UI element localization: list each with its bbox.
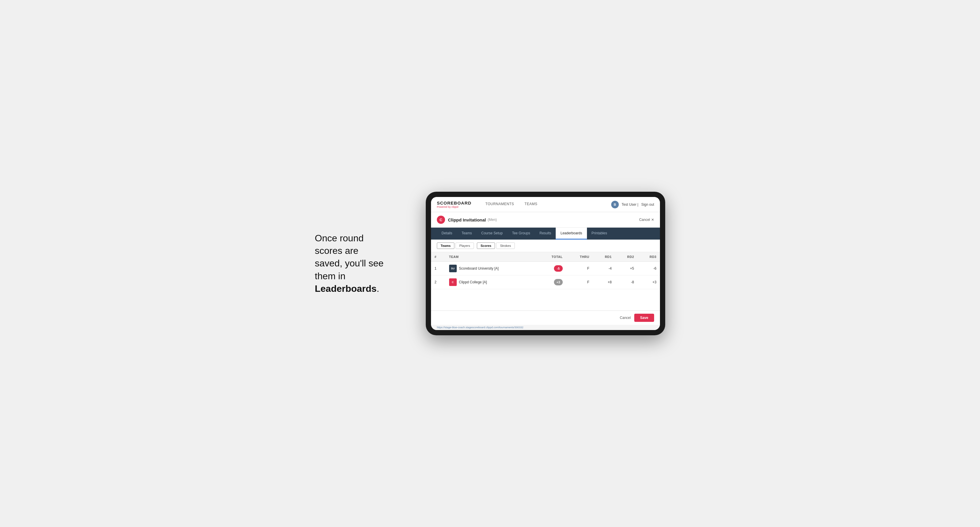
logo-sub: Powered by clippd bbox=[437, 205, 471, 208]
cell-thru: F bbox=[566, 262, 593, 275]
cell-rd1: -4 bbox=[593, 262, 615, 275]
nav-tournaments[interactable]: TOURNAMENTS bbox=[480, 197, 519, 212]
footer-bar: Cancel Save bbox=[431, 311, 660, 325]
logo-area: SCOREBOARD Powered by clippd bbox=[437, 200, 471, 208]
cell-team: SU Scoreboard University [A] bbox=[445, 262, 537, 275]
cell-rd3: -6 bbox=[638, 262, 660, 275]
leaderboard-table: # TEAM TOTAL THRU RD1 RD2 RD3 1 SU Sco bbox=[431, 252, 660, 289]
cell-rd2: +5 bbox=[615, 262, 638, 275]
sub-tab-players[interactable]: Players bbox=[455, 243, 474, 249]
tabs-bar: Details Teams Course Setup Tee Groups Re… bbox=[431, 228, 660, 240]
tablet-screen: SCOREBOARD Powered by clippd TOURNAMENTS… bbox=[431, 197, 660, 330]
col-rd2: RD2 bbox=[615, 252, 638, 262]
col-rank: # bbox=[431, 252, 445, 262]
cell-rank: 1 bbox=[431, 262, 445, 275]
sub-tab-scores[interactable]: Scores bbox=[477, 243, 495, 249]
tournament-gender: (Men) bbox=[488, 218, 497, 222]
total-badge: +3 bbox=[554, 279, 563, 286]
tab-teams[interactable]: Teams bbox=[457, 228, 477, 240]
top-nav: SCOREBOARD Powered by clippd TOURNAMENTS… bbox=[431, 197, 660, 212]
tournament-icon: C bbox=[437, 216, 445, 224]
cell-total: +3 bbox=[537, 275, 566, 289]
table-header-row: # TEAM TOTAL THRU RD1 RD2 RD3 bbox=[431, 252, 660, 262]
tournament-header: C Clippd Invitational (Men) Cancel ✕ bbox=[431, 212, 660, 228]
footer-cancel-button[interactable]: Cancel bbox=[620, 316, 631, 320]
sub-tab-teams[interactable]: Teams bbox=[437, 243, 454, 249]
tab-tee-groups[interactable]: Tee Groups bbox=[507, 228, 535, 240]
user-name: Test User | bbox=[622, 203, 638, 206]
col-thru: THRU bbox=[566, 252, 593, 262]
tab-leaderboards[interactable]: Leaderboards bbox=[556, 228, 587, 240]
leaderboard-table-area: # TEAM TOTAL THRU RD1 RD2 RD3 1 SU Sco bbox=[431, 252, 660, 311]
team-logo-icon: C bbox=[449, 278, 457, 286]
col-team: TEAM bbox=[445, 252, 537, 262]
tab-course-setup[interactable]: Course Setup bbox=[477, 228, 507, 240]
team-logo-icon: SU bbox=[449, 265, 457, 272]
tournament-title: Clippd Invitational bbox=[448, 217, 486, 222]
tab-printables[interactable]: Printables bbox=[587, 228, 612, 240]
table-row: 1 SU Scoreboard University [A] -5 F -4 +… bbox=[431, 262, 660, 275]
col-rd1: RD1 bbox=[593, 252, 615, 262]
sign-out-link[interactable]: Sign out bbox=[641, 203, 654, 206]
tournament-cancel-button[interactable]: Cancel ✕ bbox=[639, 218, 654, 222]
logo-text: SCOREBOARD bbox=[437, 200, 471, 205]
left-description: Once round scores are saved, you'll see … bbox=[315, 232, 408, 295]
nav-teams[interactable]: TEAMS bbox=[519, 197, 542, 212]
user-avatar: B bbox=[611, 201, 619, 208]
cell-rd3: +3 bbox=[638, 275, 660, 289]
footer-save-button[interactable]: Save bbox=[634, 314, 654, 322]
cell-rank: 2 bbox=[431, 275, 445, 289]
cell-total: -5 bbox=[537, 262, 566, 275]
team-name: Scoreboard University [A] bbox=[459, 267, 499, 270]
cell-thru: F bbox=[566, 275, 593, 289]
nav-right: B Test User | Sign out bbox=[611, 201, 654, 208]
tab-results[interactable]: Results bbox=[535, 228, 556, 240]
sub-tab-strokes[interactable]: Strokes bbox=[496, 243, 514, 249]
total-badge: -5 bbox=[554, 265, 563, 271]
table-row: 2 C Clippd College [A] +3 F +8 -8 +3 bbox=[431, 275, 660, 289]
sub-tabs: Teams Players Scores Strokes bbox=[431, 240, 660, 252]
tablet-frame: SCOREBOARD Powered by clippd TOURNAMENTS… bbox=[426, 192, 665, 335]
cell-team: C Clippd College [A] bbox=[445, 275, 537, 289]
url-bar: https://stage-blue-coach.stagescoreboard… bbox=[431, 325, 660, 330]
cell-rd1: +8 bbox=[593, 275, 615, 289]
col-total: TOTAL bbox=[537, 252, 566, 262]
team-name: Clippd College [A] bbox=[459, 280, 487, 284]
nav-items: TOURNAMENTS TEAMS bbox=[480, 197, 611, 212]
col-rd3: RD3 bbox=[638, 252, 660, 262]
cell-rd2: -8 bbox=[615, 275, 638, 289]
tab-details[interactable]: Details bbox=[437, 228, 457, 240]
